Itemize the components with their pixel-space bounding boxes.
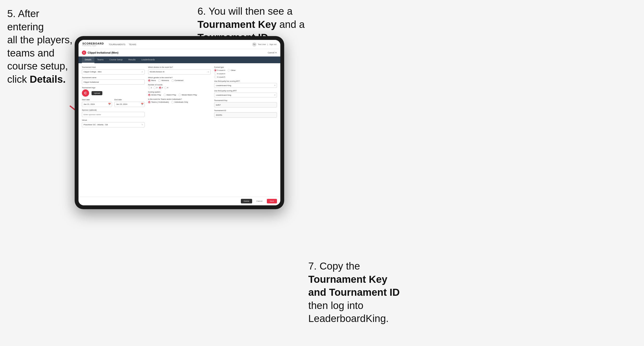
nav-teams[interactable]: TEAMS [129, 43, 136, 46]
third-party-2-clear-icon[interactable]: × [274, 94, 276, 96]
format-type-group: Format type 5 count 4 6 count 4 [214, 66, 277, 78]
format-6count5[interactable]: 6 count 5 [214, 76, 225, 78]
scoring-match-play[interactable]: Match Play [164, 94, 176, 96]
sponsor-input[interactable] [82, 112, 145, 117]
third-party-2-wrapper: × [214, 93, 277, 97]
calendar-icon: 📅 [108, 103, 111, 105]
third-party-1-wrapper: × [214, 83, 277, 88]
end-date-input[interactable] [114, 102, 144, 107]
tournament-id-label: Tournament ID [214, 109, 277, 112]
gender-womens[interactable]: Womens [158, 79, 169, 82]
teams-group: Is this event for Teams and/or Individua… [148, 98, 211, 103]
rounds-2-label: 2 [156, 87, 157, 89]
division-group: Which division is the event for? NCAA Di… [148, 66, 211, 75]
tournament-key-label: Tournament Key [214, 99, 277, 101]
scoring-stroke-play-radio[interactable] [148, 94, 150, 96]
delete-button[interactable]: Delete [241, 199, 252, 203]
scoring-medal-match-play[interactable]: Medal Match Play [178, 94, 197, 96]
cancel-button[interactable]: Cancel [254, 199, 265, 203]
scoring-medal-match-play-label: Medal Match Play [182, 94, 197, 96]
tournament-name-label: Tournament name [82, 76, 145, 79]
rounds-3-radio[interactable] [159, 87, 161, 89]
third-party-1-group: Use third-party live scoring API? × [214, 80, 277, 88]
rounds-2[interactable]: 2 [154, 87, 157, 89]
save-button[interactable]: Save [267, 199, 277, 203]
dates-group: Start date 📅 End date 📅 [82, 99, 145, 107]
format-other-label: Other [231, 69, 236, 71]
tab-details[interactable]: Details [82, 56, 94, 63]
rounds-label: Number of rounds [148, 84, 211, 86]
tab-course-setup[interactable]: Course Setup [106, 56, 126, 63]
third-party-1-input[interactable] [214, 83, 277, 88]
gender-mens[interactable]: Mens [148, 79, 156, 82]
nav-tournaments[interactable]: TOURNAMENTS [108, 43, 125, 46]
teams-plus-radio[interactable] [148, 101, 150, 103]
tournament-host-group: Tournament Host Clippd College - Men [82, 66, 145, 75]
third-party-2-input[interactable] [214, 93, 277, 97]
clippd-logo-icon: C [82, 50, 86, 55]
tab-bar: Details Teams Course Setup Results Leade… [78, 56, 280, 63]
scoring-stroke-play[interactable]: Stroke Play [148, 94, 161, 96]
start-date-group: Start date 📅 [82, 99, 112, 107]
rounds-1-label: 1 [151, 87, 152, 89]
rounds-group: Number of rounds 1 2 [148, 84, 211, 89]
format-section-left: 5 count 4 6 count 4 6 count 5 [214, 69, 225, 78]
format-6count5-radio[interactable] [214, 76, 216, 78]
gender-combined[interactable]: Combined [172, 79, 183, 82]
rounds-4[interactable]: 4 [164, 87, 168, 89]
third-party-2-label: Use third-party scoring API? [214, 90, 277, 92]
division-select[interactable]: NCAA Division III [148, 69, 211, 75]
gender-womens-radio[interactable] [158, 79, 161, 82]
upload-button[interactable]: Upload [92, 91, 102, 95]
tab-teams[interactable]: Teams [94, 56, 107, 63]
date-row: Start date 📅 End date 📅 [82, 99, 145, 107]
sign-out-link[interactable]: Sign out [270, 43, 276, 45]
gender-mens-radio[interactable] [148, 79, 150, 82]
teams-plus-individuals[interactable]: Teams (+Individuals) [148, 101, 169, 103]
tab-results[interactable]: Results [126, 56, 138, 63]
scoring-match-play-radio[interactable] [164, 94, 166, 96]
tournament-logo-group: Tournament logo C Upload [82, 87, 145, 97]
tournament-name-input[interactable] [82, 79, 145, 85]
rounds-3-label: 3 [162, 87, 163, 89]
tournament-logo-label: Tournament logo [82, 87, 145, 89]
gender-label: Which gender is the event for? [148, 76, 211, 79]
rounds-radio-group: 1 2 3 4 [148, 87, 211, 89]
rounds-4-radio[interactable] [164, 87, 167, 89]
gender-radio-group: Mens Womens Combined [148, 79, 211, 82]
end-date-label: End date [114, 99, 144, 101]
venue-select-wrapper: Peachtree GC - Atlanta - GA [82, 122, 145, 127]
individuals-only-radio[interactable] [171, 101, 174, 103]
tournament-host-select-wrapper: Clippd College - Men [82, 69, 145, 75]
format-5count4[interactable]: 5 count 4 [214, 69, 225, 71]
format-type-label: Format type [214, 66, 277, 68]
format-other-radio[interactable] [228, 69, 230, 71]
individuals-only-label: Individuals Only [174, 101, 188, 103]
cancel-header-button[interactable]: Cancel ✕ [268, 51, 277, 54]
format-6count4[interactable]: 6 count 4 [214, 72, 225, 75]
rounds-3[interactable]: 3 [159, 87, 163, 89]
rounds-2-radio[interactable] [154, 87, 156, 89]
main-form-row: Tournament Host Clippd College - Men Tou… [82, 66, 277, 129]
tournament-id-group: Tournament ID 302051 [214, 109, 277, 118]
end-date-wrapper: 📅 [114, 101, 144, 107]
teams-label: Is this event for Teams and/or Individua… [148, 98, 211, 100]
format-other[interactable]: Other [228, 69, 236, 71]
individuals-only[interactable]: Individuals Only [171, 101, 188, 103]
start-date-input[interactable] [82, 102, 112, 107]
gender-combined-label: Combined [174, 79, 183, 82]
avatar: TU [252, 42, 256, 47]
gender-combined-radio[interactable] [172, 79, 174, 82]
tab-leaderboards[interactable]: Leaderboards [138, 56, 158, 63]
tournament-host-select[interactable]: Clippd College - Men [82, 69, 145, 75]
venue-select[interactable]: Peachtree GC - Atlanta - GA [82, 122, 145, 127]
tournament-host-label: Tournament Host [82, 66, 145, 68]
scoring-medal-match-play-radio[interactable] [178, 94, 181, 96]
tournament-id-value: 302051 [214, 112, 277, 118]
format-6count4-radio[interactable] [214, 72, 216, 75]
left-col: Tournament Host Clippd College - Men Tou… [82, 66, 145, 129]
third-party-1-clear-icon[interactable]: × [274, 84, 276, 87]
rounds-1-radio[interactable] [148, 87, 150, 89]
rounds-1[interactable]: 1 [148, 87, 152, 89]
format-5count4-radio[interactable] [214, 69, 216, 71]
